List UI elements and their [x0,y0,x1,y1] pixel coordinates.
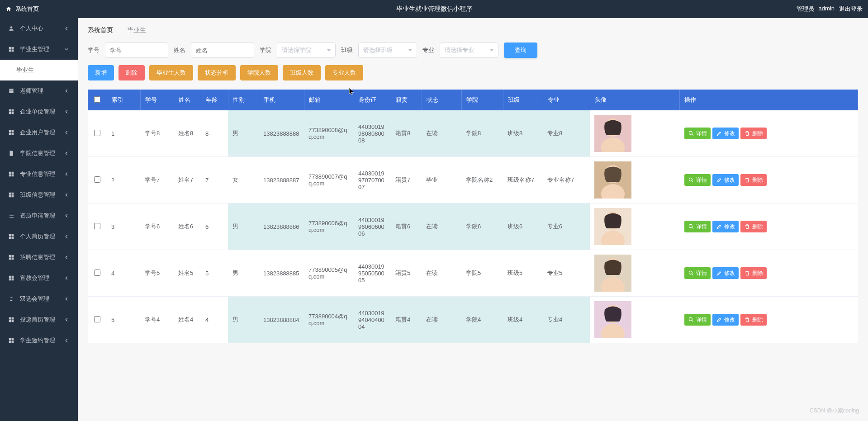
svg-point-3 [689,131,692,134]
sidebar-item-3[interactable]: 老师管理 [0,80,78,101]
search-icon [688,223,694,230]
svg-point-11 [689,224,692,227]
edit-button[interactable]: 修改 [712,128,739,139]
col-header: 学号 [140,90,174,110]
cell-ops: 详情修改删除 [680,110,858,157]
header-home[interactable]: 系统首页 [5,5,78,13]
sidebar-item-5[interactable]: 企业用户管理 [0,122,78,143]
search-input-name[interactable] [191,43,254,58]
detail-button[interactable]: 详情 [684,174,711,186]
row-checkbox[interactable] [94,176,100,183]
search-select-college[interactable]: 请选择学院 [277,43,336,58]
chevron-left-icon [63,88,70,94]
grid-icon [8,233,14,240]
logout-link[interactable]: 退出登录 [839,5,863,13]
home-icon [5,6,12,12]
cell-status: 在读 [422,250,461,297]
cell-idx: 1 [107,110,140,157]
breadcrumb-home[interactable]: 系统首页 [88,26,113,34]
edit-button[interactable]: 修改 [712,314,739,326]
header-user[interactable]: admin [819,5,835,13]
cell-idx: 2 [107,157,140,203]
cell-sno: 学号5 [140,250,174,297]
cell-email: 773890005@qq.com [304,250,354,297]
edit-button[interactable]: 修改 [712,174,739,186]
sidebar-item-4[interactable]: 企业单位管理 [0,101,78,122]
graduate-count-button[interactable]: 毕业生人数 [149,65,193,80]
cell-major: 专业名称7 [543,157,590,203]
search-label-college: 学院 [260,46,271,54]
sidebar-item-10[interactable]: 个人简历管理 [0,226,78,247]
row-checkbox[interactable] [94,130,100,136]
cell-origin: 籍贯7 [391,157,422,203]
row-delete-button[interactable]: 删除 [740,314,767,326]
detail-button[interactable]: 详情 [684,221,711,232]
row-delete-button[interactable]: 删除 [740,267,767,279]
col-header: 班级 [503,90,543,110]
col-header: 头像 [590,90,680,110]
edit-button[interactable]: 修改 [712,221,739,232]
cell-ops: 详情修改删除 [680,297,858,343]
sidebar-item-8[interactable]: 班级信息管理 [0,184,78,205]
major-count-button[interactable]: 专业人数 [325,65,363,80]
row-delete-button[interactable]: 删除 [740,221,767,232]
svg-point-7 [689,178,692,181]
cell-ops: 详情修改删除 [680,203,858,250]
sidebar-item-15[interactable]: 学生邀约管理 [0,330,78,351]
cell-idcard: 440300199808080008 [354,110,391,157]
cell-avatar [590,203,680,250]
grid-icon [8,337,14,344]
row-checkbox[interactable] [94,316,100,322]
sidebar-item-label: 学生邀约管理 [20,336,55,345]
chevron-left-icon [63,317,70,323]
sidebar-item-14[interactable]: 投递简历管理 [0,309,78,330]
doc-icon [8,150,14,156]
grid-icon [8,109,14,115]
chevron-down-icon [63,46,70,52]
cell-major: 专业8 [543,110,590,157]
cell-major: 专业5 [543,250,590,297]
cell-gender: 男 [228,203,259,250]
detail-button[interactable]: 详情 [684,128,711,139]
search-select-major[interactable]: 请选择专业 [440,43,498,58]
detail-button[interactable]: 详情 [684,314,711,326]
search-input-sno[interactable] [105,43,168,58]
edit-button[interactable]: 修改 [712,267,739,279]
row-checkbox[interactable] [94,270,100,276]
detail-button[interactable]: 详情 [684,267,711,279]
avatar [594,115,631,152]
search-select-class[interactable]: 请选择班级 [358,43,417,58]
query-button[interactable]: 查询 [504,43,537,58]
sidebar-item-6[interactable]: 学院信息管理 [0,143,78,164]
sidebar-item-9[interactable]: 资质申请管理 [0,205,78,226]
badge-icon [8,88,14,94]
row-checkbox[interactable] [94,223,100,229]
delete-button[interactable]: 删除 [119,65,145,80]
college-count-button[interactable]: 学院人数 [240,65,278,80]
row-delete-button[interactable]: 删除 [740,128,767,139]
cell-phone: 13823888885 [259,250,304,297]
sidebar-item-1[interactable]: 毕业生管理 [0,39,78,60]
cell-status: 毕业 [422,157,461,203]
cell-sno: 学号8 [140,110,174,157]
sidebar-item-11[interactable]: 招聘信息管理 [0,247,78,268]
sidebar-item-7[interactable]: 专业信息管理 [0,164,78,184]
sidebar-item-label: 双选会管理 [20,295,49,303]
sidebar-item-12[interactable]: 宣教会管理 [0,268,78,289]
table-row: 3学号6姓名66男13823888886773890006@qq.com4403… [88,203,858,250]
sidebar-item-2[interactable]: 毕业生 [0,60,78,80]
select-all-checkbox[interactable] [94,96,100,103]
swap-icon [8,296,14,302]
status-analysis-button[interactable]: 状态分析 [198,65,236,80]
row-delete-button[interactable]: 删除 [740,174,767,186]
cell-class: 班级4 [503,297,543,343]
sidebar-item-13[interactable]: 双选会管理 [0,289,78,309]
chevron-left-icon [63,109,70,115]
cell-class: 班级名称7 [503,157,543,203]
class-count-button[interactable]: 班级人数 [283,65,321,80]
col-header: 邮箱 [304,90,354,110]
sidebar-item-0[interactable]: 个人中心 [0,18,78,39]
add-button[interactable]: 新增 [88,65,114,80]
col-header: 籍贯 [391,90,422,110]
cell-name: 姓名6 [174,203,201,250]
